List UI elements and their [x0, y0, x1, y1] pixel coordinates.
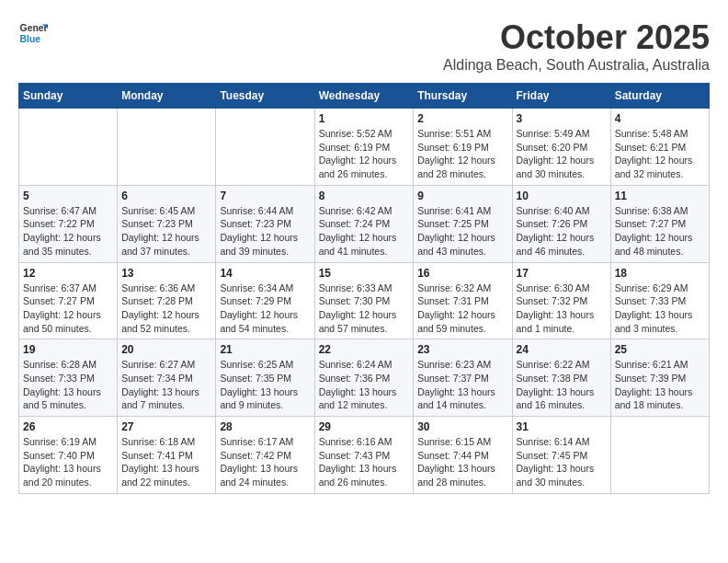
calendar-week-1: 1Sunrise: 5:52 AM Sunset: 6:19 PM Daylig…: [19, 109, 710, 186]
day-number: 15: [319, 267, 410, 280]
calendar-cell: 2Sunrise: 5:51 AM Sunset: 6:19 PM Daylig…: [414, 109, 512, 186]
calendar-cell: 11Sunrise: 6:38 AM Sunset: 7:27 PM Dayli…: [610, 185, 709, 262]
day-number: 17: [517, 267, 607, 280]
day-number: 4: [615, 112, 705, 125]
day-number: 22: [319, 343, 410, 356]
logo: General Blue: [18, 18, 48, 48]
day-info: Sunrise: 6:30 AM Sunset: 7:32 PM Dayligh…: [517, 282, 607, 336]
day-info: Sunrise: 6:45 AM Sunset: 7:23 PM Dayligh…: [121, 204, 211, 259]
calendar-cell: 21Sunrise: 6:25 AM Sunset: 7:35 PM Dayli…: [216, 339, 314, 417]
day-info: Sunrise: 6:15 AM Sunset: 7:44 PM Dayligh…: [417, 435, 507, 489]
day-info: Sunrise: 6:21 AM Sunset: 7:39 PM Dayligh…: [615, 358, 705, 412]
day-info: Sunrise: 6:17 AM Sunset: 7:42 PM Dayligh…: [220, 435, 310, 489]
calendar-cell: 14Sunrise: 6:34 AM Sunset: 7:29 PM Dayli…: [216, 262, 314, 339]
day-info: Sunrise: 5:49 AM Sunset: 6:20 PM Dayligh…: [517, 127, 607, 181]
weekday-header-tuesday: Tuesday: [216, 84, 314, 109]
day-info: Sunrise: 6:37 AM Sunset: 7:27 PM Dayligh…: [23, 282, 113, 336]
day-number: 31: [517, 420, 607, 433]
weekday-header-thursday: Thursday: [414, 84, 512, 109]
day-info: Sunrise: 6:19 AM Sunset: 7:40 PM Dayligh…: [23, 435, 113, 489]
day-number: 2: [417, 112, 507, 125]
calendar-cell: 30Sunrise: 6:15 AM Sunset: 7:44 PM Dayli…: [414, 417, 512, 494]
weekday-header-monday: Monday: [118, 84, 216, 109]
location-subtitle: Aldinga Beach, South Australia, Australi…: [443, 57, 710, 74]
calendar-cell: 20Sunrise: 6:27 AM Sunset: 7:34 PM Dayli…: [118, 339, 216, 417]
day-info: Sunrise: 6:14 AM Sunset: 7:45 PM Dayligh…: [517, 435, 607, 489]
calendar-cell: 22Sunrise: 6:24 AM Sunset: 7:36 PM Dayli…: [314, 339, 414, 417]
weekday-header-wednesday: Wednesday: [314, 84, 414, 109]
day-number: 28: [220, 420, 310, 433]
day-info: Sunrise: 6:16 AM Sunset: 7:43 PM Dayligh…: [319, 435, 410, 489]
calendar-cell: 1Sunrise: 5:52 AM Sunset: 6:19 PM Daylig…: [314, 109, 414, 186]
day-info: Sunrise: 5:48 AM Sunset: 6:21 PM Dayligh…: [615, 127, 705, 181]
day-number: 27: [121, 420, 211, 433]
day-info: Sunrise: 6:42 AM Sunset: 7:24 PM Dayligh…: [319, 204, 410, 259]
day-info: Sunrise: 6:22 AM Sunset: 7:38 PM Dayligh…: [517, 358, 607, 412]
day-number: 8: [319, 190, 410, 202]
day-info: Sunrise: 6:24 AM Sunset: 7:36 PM Dayligh…: [319, 358, 410, 412]
day-info: Sunrise: 5:51 AM Sunset: 6:19 PM Dayligh…: [417, 127, 507, 181]
logo-icon: General Blue: [18, 18, 48, 48]
day-info: Sunrise: 6:44 AM Sunset: 7:23 PM Dayligh…: [220, 204, 310, 259]
calendar-cell: 26Sunrise: 6:19 AM Sunset: 7:40 PM Dayli…: [19, 417, 118, 494]
calendar-cell: [19, 109, 118, 186]
day-info: Sunrise: 6:28 AM Sunset: 7:33 PM Dayligh…: [23, 358, 113, 412]
calendar-cell: 27Sunrise: 6:18 AM Sunset: 7:41 PM Dayli…: [118, 417, 216, 494]
calendar-cell: [216, 109, 314, 186]
page-header: General Blue October 2025 Aldinga Beach,…: [18, 18, 710, 74]
calendar-cell: 23Sunrise: 6:23 AM Sunset: 7:37 PM Dayli…: [414, 339, 512, 417]
day-info: Sunrise: 6:41 AM Sunset: 7:25 PM Dayligh…: [417, 204, 507, 259]
day-info: Sunrise: 6:33 AM Sunset: 7:30 PM Dayligh…: [319, 282, 410, 336]
day-number: 24: [517, 343, 607, 356]
calendar-cell: 17Sunrise: 6:30 AM Sunset: 7:32 PM Dayli…: [512, 262, 610, 339]
weekday-header-friday: Friday: [512, 84, 610, 109]
day-number: 14: [220, 267, 310, 280]
calendar-cell: 15Sunrise: 6:33 AM Sunset: 7:30 PM Dayli…: [314, 262, 414, 339]
calendar-cell: 10Sunrise: 6:40 AM Sunset: 7:26 PM Dayli…: [512, 185, 610, 262]
calendar-table: SundayMondayTuesdayWednesdayThursdayFrid…: [18, 83, 710, 494]
day-info: Sunrise: 6:23 AM Sunset: 7:37 PM Dayligh…: [417, 358, 507, 412]
day-number: 29: [319, 420, 410, 433]
weekday-header-sunday: Sunday: [19, 84, 118, 109]
calendar-cell: 31Sunrise: 6:14 AM Sunset: 7:45 PM Dayli…: [512, 417, 610, 494]
day-number: 25: [615, 343, 705, 356]
calendar-cell: [118, 109, 216, 186]
day-number: 7: [220, 190, 310, 202]
day-info: Sunrise: 6:34 AM Sunset: 7:29 PM Dayligh…: [220, 282, 310, 336]
day-number: 23: [417, 343, 507, 356]
day-number: 30: [417, 420, 507, 433]
day-number: 19: [23, 343, 113, 356]
calendar-cell: 3Sunrise: 5:49 AM Sunset: 6:20 PM Daylig…: [512, 109, 610, 186]
day-info: Sunrise: 6:18 AM Sunset: 7:41 PM Dayligh…: [121, 435, 211, 489]
calendar-cell: 16Sunrise: 6:32 AM Sunset: 7:31 PM Dayli…: [414, 262, 512, 339]
day-info: Sunrise: 6:40 AM Sunset: 7:26 PM Dayligh…: [517, 204, 607, 259]
day-number: 26: [23, 420, 113, 433]
svg-text:Blue: Blue: [20, 34, 41, 44]
month-title: October 2025: [443, 18, 710, 57]
day-number: 20: [121, 343, 211, 356]
day-number: 21: [220, 343, 310, 356]
day-info: Sunrise: 6:32 AM Sunset: 7:31 PM Dayligh…: [417, 282, 507, 336]
day-info: Sunrise: 6:27 AM Sunset: 7:34 PM Dayligh…: [121, 358, 211, 412]
calendar-cell: 13Sunrise: 6:36 AM Sunset: 7:28 PM Dayli…: [118, 262, 216, 339]
calendar-week-5: 26Sunrise: 6:19 AM Sunset: 7:40 PM Dayli…: [19, 417, 710, 494]
calendar-cell: 4Sunrise: 5:48 AM Sunset: 6:21 PM Daylig…: [610, 109, 709, 186]
calendar-cell: 24Sunrise: 6:22 AM Sunset: 7:38 PM Dayli…: [512, 339, 610, 417]
calendar-cell: 6Sunrise: 6:45 AM Sunset: 7:23 PM Daylig…: [118, 185, 216, 262]
day-number: 13: [121, 267, 211, 280]
day-number: 11: [615, 190, 705, 202]
day-number: 3: [517, 112, 607, 125]
calendar-cell: 25Sunrise: 6:21 AM Sunset: 7:39 PM Dayli…: [610, 339, 709, 417]
calendar-cell: 8Sunrise: 6:42 AM Sunset: 7:24 PM Daylig…: [314, 185, 414, 262]
day-info: Sunrise: 6:25 AM Sunset: 7:35 PM Dayligh…: [220, 358, 310, 412]
day-number: 6: [121, 190, 211, 202]
calendar-cell: 28Sunrise: 6:17 AM Sunset: 7:42 PM Dayli…: [216, 417, 314, 494]
calendar-week-3: 12Sunrise: 6:37 AM Sunset: 7:27 PM Dayli…: [19, 262, 710, 339]
day-info: Sunrise: 5:52 AM Sunset: 6:19 PM Dayligh…: [319, 127, 410, 181]
day-number: 16: [417, 267, 507, 280]
day-number: 12: [23, 267, 113, 280]
calendar-cell: 29Sunrise: 6:16 AM Sunset: 7:43 PM Dayli…: [314, 417, 414, 494]
title-block: October 2025 Aldinga Beach, South Austra…: [443, 18, 710, 74]
day-info: Sunrise: 6:36 AM Sunset: 7:28 PM Dayligh…: [121, 282, 211, 336]
calendar-week-2: 5Sunrise: 6:47 AM Sunset: 7:22 PM Daylig…: [19, 185, 710, 262]
